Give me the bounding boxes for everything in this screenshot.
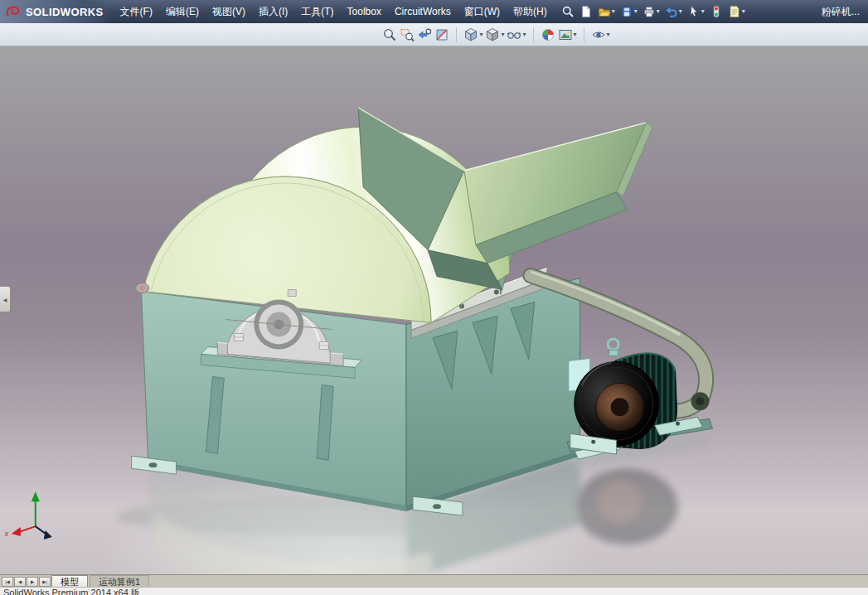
dropdown-caret-icon[interactable]: ▾ (574, 31, 577, 38)
tab-model[interactable]: 模型 (51, 575, 88, 587)
status-text: SolidWorks Premium 2014 x64 版 (3, 588, 140, 595)
dropdown-caret-icon[interactable]: ▾ (679, 8, 682, 15)
scene-picture-icon (558, 27, 573, 42)
menu-file[interactable]: 文件(F) (114, 0, 159, 23)
model-drum-cover (136, 127, 510, 322)
appearance-ball-icon (541, 27, 555, 42)
previous-view-button[interactable] (417, 27, 432, 42)
save-button[interactable]: ▾ (619, 2, 638, 21)
select-cursor-icon (687, 5, 701, 18)
dropdown-caret-icon[interactable]: ▾ (701, 8, 705, 15)
3ds-swirl-icon (5, 4, 22, 19)
dropdown-caret-icon[interactable]: ▾ (522, 31, 526, 38)
logo-wordmark: SOLIDWORKS (26, 6, 104, 18)
new-document-button[interactable] (579, 2, 594, 21)
file-properties-icon (728, 5, 741, 18)
zoom-to-area-icon (400, 27, 415, 42)
toolbar-separator (533, 27, 534, 42)
apply-scene-button[interactable]: ▾ (558, 27, 577, 42)
print-button[interactable]: ▾ (642, 2, 661, 21)
collapse-arrow-icon: ◀ (3, 297, 7, 302)
print-icon (643, 5, 656, 18)
dropdown-caret-icon[interactable]: ▾ (634, 8, 638, 15)
menu-toolbox[interactable]: Toolbox (341, 0, 388, 23)
document-title: 粉碎机... (822, 5, 868, 19)
dropdown-caret-icon[interactable]: ▾ (742, 8, 745, 15)
open-folder-icon (598, 5, 611, 18)
undo-arrow-icon (665, 5, 678, 18)
rebuild-stoplight-icon (710, 5, 723, 18)
display-style-cube-icon (485, 27, 500, 42)
standard-toolbar: ▾ ▾ ▾ (559, 2, 748, 21)
view-settings-button[interactable]: ▾ (591, 27, 610, 42)
zoom-to-fit-icon (382, 27, 397, 42)
graphics-viewport[interactable]: x ◀ (0, 46, 868, 574)
new-document-icon (579, 5, 593, 18)
zoom-to-area-button[interactable] (400, 27, 415, 42)
hide-show-items-button[interactable]: ▾ (507, 27, 526, 42)
view-settings-eye-icon (591, 27, 606, 42)
tab-motion-study-1[interactable]: 运动算例1 (90, 575, 149, 587)
view-orientation-cube-icon (463, 27, 478, 42)
section-view-icon (434, 27, 449, 42)
search-button[interactable] (560, 2, 575, 21)
hide-show-glasses-icon (507, 27, 521, 42)
dropdown-caret-icon[interactable]: ▾ (479, 31, 482, 38)
display-style-button[interactable]: ▾ (485, 27, 504, 42)
menu-bar: 文件(F) 编辑(E) 视图(V) 插入(I) 工具(T) Toolbox Ci… (114, 0, 554, 23)
section-view-button[interactable] (434, 27, 449, 42)
status-bar: SolidWorks Premium 2014 x64 版 (0, 587, 868, 595)
tab-scroll-next-button[interactable]: ▶ (27, 577, 38, 587)
tab-scroll-prev-button[interactable]: ◀ (14, 577, 26, 587)
toolbar-separator (456, 27, 457, 42)
triad-x-label: x (4, 530, 9, 538)
tab-scroll-last-button[interactable]: ▶| (39, 577, 51, 587)
view-orientation-button[interactable]: ▾ (463, 27, 482, 42)
title-menu-bar: SOLIDWORKS 文件(F) 编辑(E) 视图(V) 插入(I) 工具(T)… (0, 0, 868, 23)
dropdown-caret-icon[interactable]: ▾ (607, 31, 610, 38)
search-icon (561, 5, 575, 18)
dropdown-caret-icon[interactable]: ▾ (501, 31, 504, 38)
save-floppy-icon (620, 5, 633, 18)
rebuild-button[interactable] (709, 2, 724, 21)
toolbar-separator (584, 27, 584, 42)
file-properties-button[interactable]: ▾ (727, 2, 746, 21)
tab-scroll-first-button[interactable]: |◀ (2, 577, 13, 587)
study-tab-bar: |◀ ◀ ▶ ▶| 模型 运动算例1 (0, 574, 868, 587)
zoom-to-fit-button[interactable] (382, 27, 397, 42)
crusher-assembly-model[interactable]: x (0, 46, 868, 574)
select-button[interactable]: ▾ (686, 2, 706, 21)
menu-view[interactable]: 视图(V) (206, 0, 252, 23)
dropdown-caret-icon[interactable]: ▾ (657, 8, 660, 15)
feature-panel-collapse-tab[interactable]: ◀ (0, 286, 11, 312)
undo-button[interactable]: ▾ (664, 2, 683, 21)
menu-window[interactable]: 窗口(W) (458, 0, 507, 23)
menu-edit[interactable]: 编辑(E) (159, 0, 206, 23)
view-toolbar: ▾ ▾ ▾ (0, 23, 868, 46)
menu-insert[interactable]: 插入(I) (252, 0, 294, 23)
previous-view-icon (417, 27, 432, 42)
edit-appearance-button[interactable] (541, 27, 555, 42)
open-button[interactable]: ▾ (597, 2, 616, 21)
menu-tools[interactable]: 工具(T) (294, 0, 340, 23)
orientation-triad: x (4, 491, 52, 539)
menu-circuitworks[interactable]: CircuitWorks (388, 0, 458, 23)
solidworks-logo: SOLIDWORKS (0, 0, 114, 23)
dropdown-caret-icon[interactable]: ▾ (612, 8, 615, 15)
menu-help[interactable]: 帮助(H) (507, 0, 554, 23)
solidworks-window: SOLIDWORKS 文件(F) 编辑(E) 视图(V) 插入(I) 工具(T)… (0, 0, 868, 595)
